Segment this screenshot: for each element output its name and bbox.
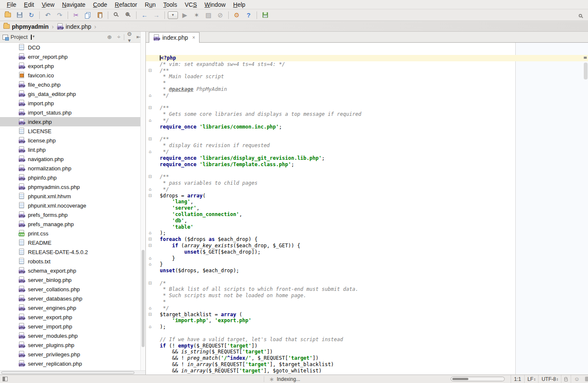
run-config-combo[interactable]: ▼ bbox=[168, 11, 178, 20]
debug-bug-icon[interactable]: ✶ bbox=[191, 11, 202, 20]
tree-item-server_privileges.php[interactable]: phpserver_privileges.php bbox=[0, 350, 140, 359]
tree-item-server_binlog.php[interactable]: phpserver_binlog.php bbox=[0, 275, 140, 285]
collapse-all-icon[interactable]: ÷ bbox=[115, 34, 123, 40]
tree-item-LICENSE[interactable]: LICENSE bbox=[0, 126, 140, 136]
tree-item-server_engines.php[interactable]: phpserver_engines.php bbox=[0, 303, 140, 312]
fold-end-icon[interactable]: ⌂ bbox=[148, 149, 153, 155]
menu-refactor[interactable]: Refactor bbox=[112, 0, 141, 9]
inspection-profile-widget[interactable]: ☺ bbox=[571, 375, 583, 383]
breadcrumb-project[interactable]: phpmyadmin bbox=[12, 23, 49, 30]
tree-item-lint.php[interactable]: phplint.php bbox=[0, 145, 140, 154]
tree-item-phpunit.xml.nocoverage[interactable]: phpunit.xml.nocoverage bbox=[0, 201, 140, 210]
fold-end-icon[interactable]: ⌂ bbox=[148, 118, 153, 124]
fold-start-icon[interactable]: ⊟ bbox=[148, 174, 153, 180]
open-icon[interactable] bbox=[3, 11, 13, 20]
fold-start-icon[interactable]: ⊟ bbox=[148, 105, 153, 111]
tree-item-import_status.php[interactable]: phpimport_status.php bbox=[0, 108, 140, 117]
editor-scrollbar-thumb[interactable] bbox=[584, 63, 588, 79]
find-icon[interactable] bbox=[111, 11, 121, 20]
fold-start-icon[interactable]: ⊟ bbox=[148, 280, 153, 287]
search-everywhere-icon[interactable] bbox=[575, 11, 585, 20]
menu-file[interactable]: File bbox=[3, 0, 20, 9]
cut-icon[interactable]: ✂ bbox=[71, 11, 81, 20]
menu-code[interactable]: Code bbox=[90, 0, 110, 9]
tree-item-gis_data_editor.php[interactable]: phpgis_data_editor.php bbox=[0, 89, 140, 98]
fold-start-icon[interactable]: ⊟ bbox=[148, 193, 153, 199]
run-icon[interactable]: ▶ bbox=[180, 11, 190, 20]
chevron-down-icon[interactable]: ▼ bbox=[31, 35, 32, 40]
tree-item-normalization.php[interactable]: phpnormalization.php bbox=[0, 164, 140, 173]
menu-view[interactable]: View bbox=[38, 0, 58, 9]
fold-end-icon[interactable]: ⌂ bbox=[148, 255, 153, 262]
tree-item-favicon.ico[interactable]: favicon.ico bbox=[0, 71, 140, 80]
tree-item-license.php[interactable]: phplicense.php bbox=[0, 136, 140, 145]
fold-start-icon[interactable]: ⊟ bbox=[148, 243, 153, 249]
close-tab-icon[interactable]: × bbox=[192, 35, 195, 41]
tree-item-prefs_forms.php[interactable]: phpprefs_forms.php bbox=[0, 210, 140, 219]
tree-item-phpunit.xml.hhvm[interactable]: phpunit.xml.hhvm bbox=[0, 192, 140, 201]
back-icon[interactable]: ← bbox=[139, 11, 150, 20]
tree-item-robots.txt[interactable]: robots.txt bbox=[0, 257, 140, 266]
project-tree-vertical-scrollbar[interactable] bbox=[140, 32, 145, 370]
locate-icon[interactable]: ⊕ bbox=[105, 34, 114, 40]
tree-item-server_replication.php[interactable]: phpserver_replication.php bbox=[0, 359, 140, 368]
code-editor[interactable]: <?php/* vim: set expandtab sw=4 ts=4 sts… bbox=[146, 43, 588, 375]
tree-item-phpmyadmin.css.php[interactable]: phpphpmyadmin.css.php bbox=[0, 182, 140, 192]
menu-run[interactable]: Run bbox=[142, 0, 159, 9]
tree-item-server_import.php[interactable]: phpserver_import.php bbox=[0, 322, 140, 331]
paste-icon[interactable] bbox=[95, 11, 105, 20]
fold-end-icon[interactable]: ⌂ bbox=[148, 324, 153, 330]
tree-item-phpinfo.php[interactable]: phpphpinfo.php bbox=[0, 173, 140, 182]
tree-item-server_modules.php[interactable]: phpserver_modules.php bbox=[0, 331, 140, 340]
tree-item-server_databases.php[interactable]: phpserver_databases.php bbox=[0, 294, 140, 303]
redo-icon[interactable]: ↷ bbox=[55, 11, 65, 20]
menu-edit[interactable]: Edit bbox=[21, 0, 38, 9]
fold-start-icon[interactable]: ⊟ bbox=[148, 236, 153, 243]
undo-icon[interactable]: ↶ bbox=[43, 11, 53, 20]
scrollbar-thumb[interactable] bbox=[1, 371, 134, 374]
copy-icon[interactable] bbox=[83, 11, 93, 20]
tree-item-server_export.php[interactable]: phpserver_export.php bbox=[0, 312, 140, 322]
tree-item-navigation.php[interactable]: phpnavigation.php bbox=[0, 154, 140, 164]
settings-icon[interactable]: ⚙ bbox=[232, 11, 242, 20]
error-stripe-caret-mark[interactable] bbox=[584, 57, 587, 59]
tree-item-file_echo.php[interactable]: phpfile_echo.php bbox=[0, 80, 140, 89]
menu-navigate[interactable]: Navigate bbox=[59, 0, 89, 9]
forward-icon[interactable]: → bbox=[151, 11, 161, 20]
fold-end-icon[interactable]: ⌂ bbox=[148, 305, 153, 312]
tree-item-import.php[interactable]: phpimport.php bbox=[0, 98, 140, 108]
notification-bubble-icon[interactable] bbox=[585, 377, 588, 381]
replace-icon[interactable] bbox=[123, 11, 133, 20]
tree-item-index.php[interactable]: phpindex.php bbox=[0, 117, 140, 126]
menu-help[interactable]: Help bbox=[230, 0, 249, 9]
scrollbar-thumb[interactable] bbox=[142, 250, 145, 347]
tree-item-export.php[interactable]: phpexport.php bbox=[0, 61, 140, 71]
coverage-icon[interactable]: ▨ bbox=[203, 11, 213, 20]
fold-end-icon[interactable]: ⌂ bbox=[148, 93, 153, 99]
gear-icon[interactable]: ⚙ ▾ bbox=[125, 31, 134, 44]
tree-item-RELEASE-DATE-4.5.0.2[interactable]: RELEASE-DATE-4.5.0.2 bbox=[0, 247, 140, 257]
tree-item-error_report.php[interactable]: phperror_report.php bbox=[0, 52, 140, 61]
tree-item-prefs_manage.php[interactable]: phpprefs_manage.php bbox=[0, 219, 140, 229]
readonly-lock-widget[interactable] bbox=[561, 375, 571, 383]
synchronize-icon[interactable]: ↻ bbox=[26, 11, 36, 20]
project-tree-horizontal-scrollbar[interactable] bbox=[0, 370, 145, 375]
tab-index-php[interactable]: php index.php × bbox=[149, 32, 200, 43]
save-icon[interactable] bbox=[14, 11, 25, 20]
save-all-icon[interactable] bbox=[260, 11, 270, 20]
encoding-widget[interactable]: UTF-8▴▾ bbox=[538, 375, 561, 383]
caret-position-widget[interactable]: 1:1 bbox=[511, 375, 524, 383]
project-panel-title[interactable]: Project bbox=[11, 34, 27, 40]
tree-item-server_collations.php[interactable]: phpserver_collations.php bbox=[0, 285, 140, 294]
fold-start-icon[interactable]: ⊟ bbox=[148, 68, 153, 74]
fold-start-icon[interactable]: ⊟ bbox=[148, 312, 153, 318]
tree-item-schema_export.php[interactable]: phpschema_export.php bbox=[0, 266, 140, 275]
fold-start-icon[interactable]: ⊟ bbox=[148, 136, 153, 142]
menu-vcs[interactable]: VCS bbox=[181, 0, 200, 9]
line-separator-widget[interactable]: LF▴▾ bbox=[524, 375, 539, 383]
help-icon[interactable]: ? bbox=[243, 11, 254, 20]
tree-item-print.css[interactable]: cssprint.css bbox=[0, 229, 140, 238]
toolwindow-toggle-icon[interactable] bbox=[3, 377, 8, 381]
tree-item-README[interactable]: README bbox=[0, 238, 140, 247]
fold-end-icon[interactable]: ⌂ bbox=[148, 261, 153, 268]
